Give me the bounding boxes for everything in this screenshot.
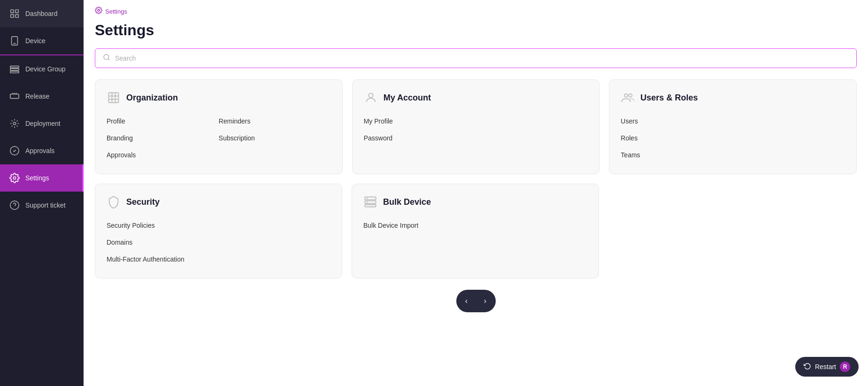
sidebar-item-label: Support ticket	[25, 201, 66, 209]
sidebar: Dashboard Device Device Group Release De…	[0, 0, 84, 386]
search-icon	[103, 54, 110, 63]
svg-point-17	[104, 54, 109, 60]
link-mfa[interactable]: Multi-Factor Authentication	[107, 252, 330, 267]
restart-icon	[804, 363, 811, 371]
card-security-links: Security Policies Domains Multi-Factor A…	[107, 218, 330, 267]
building-icon	[107, 91, 121, 104]
sidebar-item-support-ticket[interactable]: Support ticket	[0, 192, 84, 219]
card-my-account-title: My Account	[384, 93, 431, 103]
link-approvals[interactable]: Approvals	[107, 147, 219, 162]
sidebar-item-label: Device Group	[25, 65, 66, 73]
sidebar-item-label: Settings	[25, 174, 49, 182]
link-profile[interactable]: Profile	[107, 114, 219, 129]
card-my-account-header: My Account	[364, 91, 588, 104]
cards-section: Organization Profile Branding Approvals …	[84, 79, 868, 278]
card-users-roles-header: Users & Roles	[621, 91, 845, 104]
breadcrumb: Settings	[84, 0, 868, 20]
link-teams[interactable]: Teams	[621, 147, 845, 162]
svg-rect-19	[109, 93, 119, 103]
svg-rect-8	[10, 71, 19, 73]
nav-btn-group: ‹ ›	[456, 290, 496, 312]
device-group-icon	[9, 64, 20, 74]
link-subscription[interactable]: Subscription	[219, 131, 331, 146]
sidebar-item-device[interactable]: Device	[0, 27, 84, 55]
sidebar-item-deployment[interactable]: Deployment	[0, 110, 84, 137]
link-branding[interactable]: Branding	[107, 131, 219, 146]
card-organization-header: Organization	[107, 91, 331, 104]
cards-row-2: Security Security Policies Domains Multi…	[95, 184, 857, 278]
sidebar-item-dashboard[interactable]: Dashboard	[0, 0, 84, 27]
svg-line-18	[108, 59, 109, 60]
svg-rect-29	[365, 205, 376, 207]
link-reminders[interactable]: Reminders	[219, 114, 331, 129]
card-organization-title: Organization	[126, 93, 178, 103]
restart-label: Restart	[815, 363, 836, 371]
card-users-roles-title: Users & Roles	[640, 93, 698, 103]
svg-rect-2	[11, 15, 14, 17]
svg-rect-1	[15, 10, 18, 13]
link-security-policies[interactable]: Security Policies	[107, 218, 330, 233]
svg-rect-28	[365, 201, 376, 204]
sidebar-item-release[interactable]: Release	[0, 83, 84, 110]
deployment-icon	[9, 118, 20, 129]
link-bulk-device-import[interactable]: Bulk Device Import	[363, 218, 587, 233]
svg-rect-27	[365, 197, 376, 200]
card-security-title: Security	[126, 197, 160, 207]
svg-point-15	[10, 201, 19, 209]
svg-rect-4	[12, 37, 18, 45]
user-icon	[364, 91, 378, 104]
svg-rect-7	[10, 69, 19, 70]
sidebar-item-settings[interactable]: Settings	[0, 164, 84, 192]
card-security-header: Security	[107, 195, 330, 208]
breadcrumb-gear-icon	[95, 7, 102, 16]
link-my-profile[interactable]: My Profile	[364, 114, 588, 129]
card-bulk-device: Bulk Device Bulk Device Import	[352, 184, 599, 278]
page-title: Settings	[84, 20, 868, 48]
users-icon	[621, 91, 635, 104]
approvals-icon	[9, 146, 20, 156]
support-icon	[9, 200, 20, 210]
card-my-account-links: My Profile Password	[364, 114, 588, 146]
svg-point-16	[98, 9, 100, 11]
settings-icon	[9, 173, 20, 183]
next-button[interactable]: ›	[477, 293, 494, 309]
link-domains[interactable]: Domains	[107, 235, 330, 250]
cards-row-1: Organization Profile Branding Approvals …	[95, 79, 857, 174]
main-content: Settings Settings	[84, 0, 868, 386]
svg-point-12	[13, 122, 16, 125]
sidebar-item-label: Dashboard	[25, 10, 58, 17]
sidebar-item-device-group[interactable]: Device Group	[0, 55, 84, 83]
svg-point-24	[369, 93, 373, 98]
search-container	[84, 48, 868, 79]
card-bulk-device-links: Bulk Device Import	[363, 218, 587, 233]
restart-badge: R	[840, 362, 850, 372]
card-users-roles-links: Users Roles Teams	[621, 114, 845, 162]
svg-rect-0	[11, 10, 14, 13]
breadcrumb-label: Settings	[105, 8, 127, 15]
sidebar-item-label: Device	[25, 37, 46, 45]
link-users[interactable]: Users	[621, 114, 845, 129]
sidebar-item-label: Release	[25, 93, 49, 100]
card-bulk-device-title: Bulk Device	[383, 197, 431, 207]
spacer	[608, 184, 857, 278]
link-roles[interactable]: Roles	[621, 131, 845, 146]
svg-rect-3	[15, 15, 18, 17]
link-password[interactable]: Password	[364, 131, 588, 146]
card-bulk-device-header: Bulk Device	[363, 195, 587, 208]
sidebar-item-label: Deployment	[25, 120, 61, 127]
release-icon	[9, 91, 20, 101]
svg-point-14	[13, 177, 16, 179]
shield-icon	[107, 195, 121, 208]
search-input[interactable]	[115, 54, 849, 62]
card-users-roles: Users & Roles Users Roles Teams	[609, 79, 857, 174]
pagination-area: ‹ ›	[84, 278, 868, 322]
restart-button[interactable]: Restart R	[795, 357, 859, 377]
card-organization: Organization Profile Branding Approvals …	[95, 79, 343, 174]
search-bar	[95, 48, 857, 68]
prev-button[interactable]: ‹	[458, 293, 475, 309]
grid-icon	[9, 8, 20, 19]
sidebar-item-approvals[interactable]: Approvals	[0, 137, 84, 164]
svg-point-31	[367, 201, 368, 202]
svg-point-25	[624, 94, 628, 97]
server-icon	[363, 195, 377, 208]
